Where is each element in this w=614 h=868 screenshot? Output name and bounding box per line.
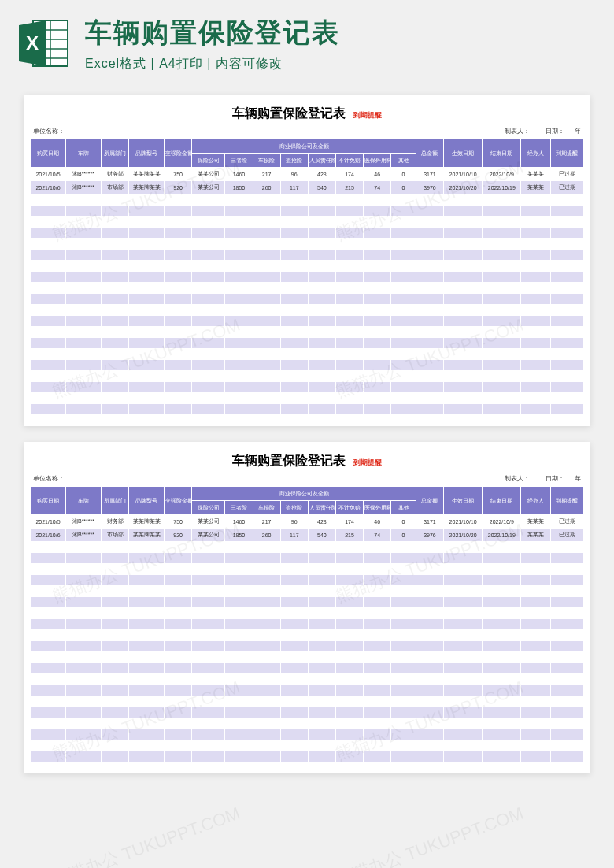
- cell-empty: [521, 564, 550, 575]
- cell-empty: [31, 619, 66, 630]
- cell-empty: [129, 261, 165, 272]
- cell-empty: [280, 393, 308, 404]
- th-remind: 到期提醒: [550, 487, 583, 515]
- cell-empty: [31, 393, 66, 404]
- cell-empty: [253, 382, 280, 393]
- cell-empty: [225, 597, 253, 608]
- cell-empty: [165, 663, 192, 674]
- cell-empty: [192, 575, 225, 586]
- cell-empty: [280, 206, 308, 217]
- cell-empty: [192, 283, 225, 294]
- cell-empty: [550, 652, 583, 663]
- cell-empty: [31, 272, 66, 283]
- cell-empty: [550, 250, 583, 261]
- table-row: 2021/10/5湘B******财务部某某牌某某750某某公司14602179…: [31, 168, 584, 181]
- cell-empty: [192, 619, 225, 630]
- th-company: 保险公司: [192, 501, 225, 515]
- cell-empty: [31, 608, 66, 619]
- table-row-empty: [31, 250, 584, 261]
- cell-empty: [129, 586, 165, 597]
- cell-empty: [165, 751, 192, 762]
- cell-empty: [364, 228, 391, 239]
- cell-empty: [521, 228, 550, 239]
- cell-empty: [253, 338, 280, 349]
- cell-empty: [192, 327, 225, 338]
- meta-row: 单位名称： 制表人： 日期： 年: [30, 474, 584, 483]
- cell-empty: [483, 393, 521, 404]
- cell-empty: [483, 729, 521, 740]
- cell-empty: [225, 619, 253, 630]
- cell-empty: [129, 404, 165, 415]
- th-yb: 医保外用药: [364, 501, 391, 515]
- cell-empty: [225, 382, 253, 393]
- cell-empty: [165, 564, 192, 575]
- th-ry: 人员责任险: [308, 154, 335, 168]
- table-body-1: 2021/10/5湘B******财务部某某牌某某750某某公司14602179…: [31, 168, 584, 415]
- cell-empty: [550, 707, 583, 718]
- cell-empty: [444, 597, 483, 608]
- cell-empty: [192, 228, 225, 239]
- table-row-empty: [31, 206, 584, 217]
- cell-empty: [483, 707, 521, 718]
- cell-empty: [416, 338, 443, 349]
- cell-empty: [192, 250, 225, 261]
- cell-empty: [308, 740, 335, 751]
- cell-empty: [550, 294, 583, 305]
- cell-other: 0: [391, 529, 416, 542]
- cell-empty: [192, 404, 225, 415]
- cell-empty: [364, 316, 391, 327]
- cell-empty: [65, 707, 101, 718]
- cell-empty: [364, 261, 391, 272]
- cell-empty: [129, 371, 165, 382]
- cell-empty: [165, 327, 192, 338]
- cell-empty: [391, 382, 416, 393]
- cell-empty: [129, 674, 165, 685]
- cell-empty: [225, 718, 253, 729]
- cell-empty: [308, 338, 335, 349]
- cell-empty: [165, 575, 192, 586]
- cell-empty: [416, 707, 443, 718]
- cell-empty: [364, 206, 391, 217]
- cell-empty: [65, 553, 101, 564]
- cell-empty: [225, 630, 253, 641]
- cell-empty: [225, 696, 253, 707]
- cell-empty: [416, 250, 443, 261]
- cell-empty: [364, 393, 391, 404]
- cell-empty: [444, 393, 483, 404]
- cell-empty: [101, 382, 128, 393]
- cell-empty: [416, 206, 443, 217]
- cell-empty: [225, 217, 253, 228]
- cell-empty: [253, 663, 280, 674]
- cell-empty: [391, 294, 416, 305]
- cell-empty: [391, 663, 416, 674]
- cell-empty: [225, 272, 253, 283]
- cell-empty: [165, 586, 192, 597]
- cell-empty: [65, 619, 101, 630]
- cell-empty: [165, 393, 192, 404]
- cell-empty: [550, 564, 583, 575]
- table-row-empty: [31, 619, 584, 630]
- cell-empty: [483, 608, 521, 619]
- cell-empty: [165, 371, 192, 382]
- cell-empty: [550, 239, 583, 250]
- cell-empty: [391, 740, 416, 751]
- table-row-empty: [31, 685, 584, 696]
- cell-dq: 117: [280, 181, 308, 195]
- cell-empty: [192, 261, 225, 272]
- cell-empty: [550, 586, 583, 597]
- cell-empty: [280, 360, 308, 371]
- cell-sz: 1460: [225, 515, 253, 529]
- cell-empty: [308, 575, 335, 586]
- cell-empty: [101, 338, 128, 349]
- cell-empty: [335, 283, 363, 294]
- cell-empty: [253, 718, 280, 729]
- cell-empty: [483, 564, 521, 575]
- preview-page-2: 车辆购置保险登记表 到期提醒 单位名称： 制表人： 日期： 年 购买日期 车牌 …: [24, 442, 590, 773]
- cell-empty: [335, 586, 363, 597]
- table-row-empty: [31, 696, 584, 707]
- th-model: 品牌型号: [129, 487, 165, 515]
- cell-empty: [192, 206, 225, 217]
- table-row-empty: [31, 239, 584, 250]
- cell-empty: [280, 652, 308, 663]
- cell-empty: [192, 685, 225, 696]
